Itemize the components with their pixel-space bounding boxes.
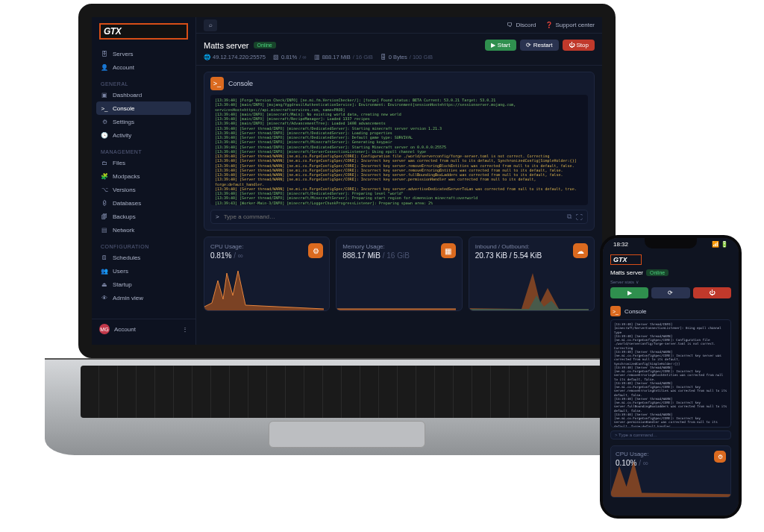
brand-logo: GTX <box>99 23 188 40</box>
server-mem-stat: ▥888.17 MiB / 16 GiB <box>314 54 373 60</box>
sidebar-footer[interactable]: MG Account ⋮ <box>92 319 195 339</box>
nav-label: Account <box>113 64 134 71</box>
discord-link[interactable]: 🗨Discord <box>507 22 536 28</box>
phone-notch <box>645 238 697 248</box>
cloud-icon: ☁ <box>573 243 588 258</box>
dashboard-app: GTX 🗄Servers 👤Account GENERAL ▣Dashboard… <box>92 17 602 345</box>
nav-network[interactable]: ▤Network <box>92 223 195 237</box>
laptop-trackpad <box>269 421 425 448</box>
nav-label: Databases <box>113 200 141 207</box>
nav-databases[interactable]: 🛢Databases <box>92 196 195 210</box>
nav-label: Modpacks <box>113 173 140 180</box>
nav-label: Backups <box>113 213 136 220</box>
nav-modpacks[interactable]: 🧩Modpacks <box>92 169 195 183</box>
fullscreen-button[interactable]: ⛶ <box>576 213 583 221</box>
support-link[interactable]: ❓Support center <box>545 22 595 28</box>
brand-logo: GTX <box>610 254 642 265</box>
nav-dashboard[interactable]: ▣Dashboard <box>92 88 195 101</box>
power-icon: ⏻ <box>709 290 715 296</box>
console-title: Console <box>228 80 253 87</box>
nav-heading-management: MANAGEMENT <box>92 146 195 156</box>
user-icon: 👤 <box>101 63 108 71</box>
start-button[interactable]: ▶Start <box>485 40 516 51</box>
laptop-frame: GTX 🗄Servers 👤Account GENERAL ▣Dashboard… <box>45 0 649 478</box>
phone-frame: 18:32 📶 🔋 GTX Matts server Online Server… <box>600 235 742 519</box>
nav-backups[interactable]: 🗐Backups <box>92 210 195 223</box>
restart-icon: ⟳ <box>668 290 673 296</box>
network-card-title: Inbound / Outbound: <box>475 243 588 250</box>
discord-label: Discord <box>516 22 536 28</box>
network-icon: ▤ <box>101 226 108 234</box>
play-icon: ▶ <box>627 290 632 296</box>
nav-files[interactable]: 🗀Files <box>92 156 195 169</box>
admin-icon: 👁 <box>101 294 108 301</box>
nav-label: Startup <box>113 281 132 288</box>
nav-label: Servers <box>113 51 134 57</box>
cpu-icon: ▧ <box>273 54 279 60</box>
restart-icon: ⟳ <box>526 42 531 48</box>
dashboard-icon: ▣ <box>101 91 108 98</box>
nav-label: Console <box>113 105 134 112</box>
folder-icon: 🗀 <box>101 159 108 166</box>
sidebar: GTX 🗄Servers 👤Account GENERAL ▣Dashboard… <box>92 17 196 345</box>
nav-label: Dashboard <box>113 92 142 98</box>
console-output[interactable]: [13:39:40] [Server thread/INFO] [minecra… <box>610 319 731 428</box>
memory-sparkline <box>336 269 456 310</box>
nav-settings[interactable]: ⚙Settings <box>92 115 195 128</box>
footer-label: Account <box>114 326 136 333</box>
terminal-icon: >_ <box>610 306 621 316</box>
server-stats-toggle[interactable]: Server stats ∨ <box>603 279 739 287</box>
nav-label: Users <box>113 268 128 275</box>
nav-heading-general: GENERAL <box>92 78 195 88</box>
nav-heading-configuration: CONFIGURATION <box>92 241 195 251</box>
discord-icon: 🗨 <box>507 22 513 28</box>
nav-account[interactable]: 👤Account <box>92 60 195 74</box>
backup-icon: 🗐 <box>101 213 108 220</box>
cpu-card: CPU Usage: 0.10% / ∞ ⚙ <box>610 445 731 498</box>
nav-servers[interactable]: 🗄Servers <box>92 47 195 60</box>
support-icon: ❓ <box>545 22 553 28</box>
cpu-card: CPU Usage: 0.81% / ∞ ⚙ <box>204 237 330 311</box>
restart-button[interactable]: ⟳ <box>651 287 689 298</box>
chevron-icon: > <box>216 213 219 220</box>
phone-signal-icons: 📶 🔋 <box>712 241 728 248</box>
nav-admin-view[interactable]: 👁Admin view <box>92 291 195 304</box>
nav-label: Schedules <box>113 254 140 261</box>
nav-schedules[interactable]: 🗓Schedules <box>92 251 195 264</box>
server-ip: 🌐49.12.174.220:25575 <box>204 54 266 60</box>
memory-icon: ▥ <box>314 54 320 60</box>
command-input[interactable] <box>224 213 563 220</box>
cpu-sparkline <box>204 269 324 310</box>
nav-console[interactable]: >_Console <box>96 101 191 115</box>
network-card: Inbound / Outbound: 20.73 KiB / 5.54 KiB… <box>469 237 595 311</box>
restart-button[interactable]: ⟳Restart <box>520 40 559 51</box>
laptop-keyboard <box>81 366 613 418</box>
startup-icon: ⏏ <box>101 281 108 288</box>
nav-activity[interactable]: 🕓Activity <box>92 128 195 142</box>
nav-label: Network <box>113 227 134 234</box>
console-output[interactable]: [13:39:40] [Forge Version Check/INFO] [n… <box>210 95 588 205</box>
nav-versions[interactable]: ⌥Versions <box>92 183 195 196</box>
stop-button[interactable]: ⏻ <box>693 287 731 298</box>
memory-card-title: Memory Usage: <box>342 243 455 250</box>
console-title: Console <box>624 308 646 315</box>
phone-screen: GTX Matts server Online Server stats ∨ ▶… <box>603 238 739 516</box>
nav-label: Activity <box>113 132 131 139</box>
start-button[interactable]: ▶ <box>610 287 648 298</box>
nav-users[interactable]: 👥Users <box>92 264 195 278</box>
stop-button[interactable]: ⏻Stop <box>563 40 595 51</box>
copy-button[interactable]: ⧉ <box>567 213 572 221</box>
nav-label: Files <box>113 160 125 166</box>
nav-startup[interactable]: ⏏Startup <box>92 278 195 291</box>
power-icon: ⏻ <box>569 42 574 48</box>
cpu-card-title: CPU Usage: <box>210 243 323 250</box>
main-content: ⌕ 🗨Discord ❓Support center Matts server … <box>196 17 602 345</box>
command-input[interactable]: > Type a command… <box>610 431 731 439</box>
status-badge: Online <box>254 42 276 48</box>
server-name: Matts server <box>610 269 643 276</box>
server-name: Matts server <box>204 41 249 50</box>
search-icon: ⌕ <box>209 22 213 28</box>
dots-icon[interactable]: ⋮ <box>182 326 188 333</box>
search-button[interactable]: ⌕ <box>204 19 217 31</box>
server-header: Matts server Online ▶Start ⟳Restart ⏻Sto… <box>196 34 602 66</box>
